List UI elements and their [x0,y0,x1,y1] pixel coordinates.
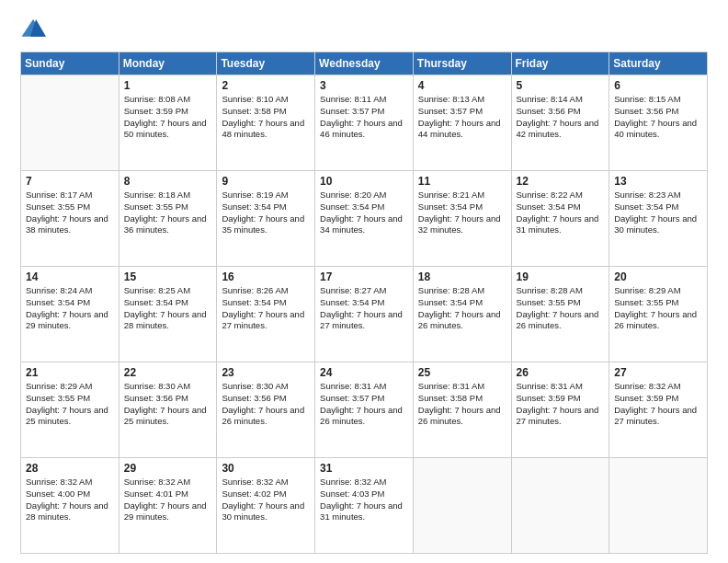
calendar-cell: 2Sunrise: 8:10 AMSunset: 3:58 PMDaylight… [217,75,315,171]
day-header-sunday: Sunday [21,52,119,75]
cell-info: Sunrise: 8:24 AMSunset: 3:54 PMDaylight:… [26,285,114,332]
calendar-cell: 14Sunrise: 8:24 AMSunset: 3:54 PMDayligh… [21,267,119,362]
cell-info: Sunrise: 8:19 AMSunset: 3:54 PMDaylight:… [222,190,310,236]
day-number: 30 [222,462,310,475]
day-number: 25 [418,366,506,379]
calendar-cell: 4Sunrise: 8:13 AMSunset: 3:57 PMDaylight… [413,75,511,171]
day-number: 31 [320,462,408,475]
cell-info: Sunrise: 8:29 AMSunset: 3:55 PMDaylight:… [614,285,702,332]
cell-info: Sunrise: 8:26 AMSunset: 3:54 PMDaylight:… [222,285,310,332]
cell-info: Sunrise: 8:21 AMSunset: 3:54 PMDaylight:… [418,190,506,236]
day-number: 3 [320,79,408,92]
calendar-cell: 12Sunrise: 8:22 AMSunset: 3:54 PMDayligh… [511,171,609,267]
cell-info: Sunrise: 8:28 AMSunset: 3:55 PMDaylight:… [517,285,605,332]
day-number: 4 [418,79,506,92]
day-number: 28 [26,462,114,475]
day-number: 22 [124,366,212,379]
cell-info: Sunrise: 8:32 AMSunset: 4:03 PMDaylight:… [320,477,408,523]
calendar-cell: 22Sunrise: 8:30 AMSunset: 3:56 PMDayligh… [119,362,217,458]
calendar-cell: 6Sunrise: 8:15 AMSunset: 3:56 PMDaylight… [609,75,708,171]
day-header-monday: Monday [119,52,217,75]
cell-info: Sunrise: 8:30 AMSunset: 3:56 PMDaylight:… [222,381,310,428]
calendar-cell: 13Sunrise: 8:23 AMSunset: 3:54 PMDayligh… [609,171,708,267]
day-number: 23 [222,366,310,379]
cell-info: Sunrise: 8:32 AMSunset: 4:02 PMDaylight:… [222,477,310,523]
calendar-cell [413,458,511,554]
calendar-week-4: 28Sunrise: 8:32 AMSunset: 4:00 PMDayligh… [21,458,708,554]
calendar-cell: 7Sunrise: 8:17 AMSunset: 3:55 PMDaylight… [21,171,119,267]
cell-info: Sunrise: 8:31 AMSunset: 3:58 PMDaylight:… [418,381,506,428]
calendar-week-0: 1Sunrise: 8:08 AMSunset: 3:59 PMDaylight… [21,75,708,171]
calendar-cell: 11Sunrise: 8:21 AMSunset: 3:54 PMDayligh… [413,171,511,267]
day-number: 14 [26,270,114,283]
cell-info: Sunrise: 8:32 AMSunset: 4:00 PMDaylight:… [26,477,114,523]
day-number: 9 [222,175,310,188]
calendar-cell: 21Sunrise: 8:29 AMSunset: 3:55 PMDayligh… [21,362,119,458]
day-number: 27 [614,366,702,379]
calendar-cell: 24Sunrise: 8:31 AMSunset: 3:57 PMDayligh… [315,362,414,458]
day-number: 1 [124,79,212,92]
calendar-week-3: 21Sunrise: 8:29 AMSunset: 3:55 PMDayligh… [21,362,708,458]
cell-info: Sunrise: 8:25 AMSunset: 3:54 PMDaylight:… [124,285,212,332]
day-number: 7 [26,175,114,188]
day-number: 20 [614,270,702,283]
calendar-week-1: 7Sunrise: 8:17 AMSunset: 3:55 PMDaylight… [21,171,708,267]
calendar-table: SundayMondayTuesdayWednesdayThursdayFrid… [20,52,708,554]
header [20,17,708,42]
cell-info: Sunrise: 8:22 AMSunset: 3:54 PMDaylight:… [517,190,605,236]
cell-info: Sunrise: 8:31 AMSunset: 3:57 PMDaylight:… [320,381,408,428]
day-number: 15 [124,270,212,283]
calendar-cell: 29Sunrise: 8:32 AMSunset: 4:01 PMDayligh… [119,458,217,554]
day-number: 11 [418,175,506,188]
day-number: 17 [320,270,408,283]
calendar-cell: 25Sunrise: 8:31 AMSunset: 3:58 PMDayligh… [413,362,511,458]
cell-info: Sunrise: 8:20 AMSunset: 3:54 PMDaylight:… [320,190,408,236]
cell-info: Sunrise: 8:18 AMSunset: 3:55 PMDaylight:… [124,190,212,236]
day-number: 13 [614,175,702,188]
cell-info: Sunrise: 8:17 AMSunset: 3:55 PMDaylight:… [26,190,114,236]
calendar-cell: 30Sunrise: 8:32 AMSunset: 4:02 PMDayligh… [217,458,315,554]
cell-info: Sunrise: 8:27 AMSunset: 3:54 PMDaylight:… [320,285,408,332]
day-number: 6 [614,79,702,92]
calendar-cell: 20Sunrise: 8:29 AMSunset: 3:55 PMDayligh… [609,267,708,362]
cell-info: Sunrise: 8:11 AMSunset: 3:57 PMDaylight:… [320,94,408,141]
day-number: 2 [222,79,310,92]
calendar-cell: 17Sunrise: 8:27 AMSunset: 3:54 PMDayligh… [315,267,414,362]
day-header-tuesday: Tuesday [217,52,315,75]
day-number: 19 [517,270,605,283]
cell-info: Sunrise: 8:15 AMSunset: 3:56 PMDaylight:… [614,94,702,141]
day-number: 8 [124,175,212,188]
day-header-thursday: Thursday [413,52,511,75]
day-header-friday: Friday [511,52,609,75]
logo [20,17,50,42]
day-header-saturday: Saturday [609,52,708,75]
day-number: 16 [222,270,310,283]
calendar-cell: 23Sunrise: 8:30 AMSunset: 3:56 PMDayligh… [217,362,315,458]
day-number: 24 [320,366,408,379]
cell-info: Sunrise: 8:32 AMSunset: 4:01 PMDaylight:… [124,477,212,523]
calendar-cell: 27Sunrise: 8:32 AMSunset: 3:59 PMDayligh… [609,362,708,458]
page: SundayMondayTuesdayWednesdayThursdayFrid… [0,0,728,563]
day-number: 29 [124,462,212,475]
calendar-cell: 28Sunrise: 8:32 AMSunset: 4:00 PMDayligh… [21,458,119,554]
cell-info: Sunrise: 8:13 AMSunset: 3:57 PMDaylight:… [418,94,506,141]
calendar-cell: 8Sunrise: 8:18 AMSunset: 3:55 PMDaylight… [119,171,217,267]
cell-info: Sunrise: 8:32 AMSunset: 3:59 PMDaylight:… [614,381,702,428]
day-header-wednesday: Wednesday [315,52,414,75]
cell-info: Sunrise: 8:28 AMSunset: 3:54 PMDaylight:… [418,285,506,332]
calendar-cell [21,75,119,171]
cell-info: Sunrise: 8:08 AMSunset: 3:59 PMDaylight:… [124,94,212,141]
calendar-cell: 16Sunrise: 8:26 AMSunset: 3:54 PMDayligh… [217,267,315,362]
cell-info: Sunrise: 8:14 AMSunset: 3:56 PMDaylight:… [517,94,605,141]
day-number: 26 [517,366,605,379]
calendar-cell [511,458,609,554]
day-number: 21 [26,366,114,379]
calendar-cell: 9Sunrise: 8:19 AMSunset: 3:54 PMDaylight… [217,171,315,267]
cell-info: Sunrise: 8:30 AMSunset: 3:56 PMDaylight:… [124,381,212,428]
day-number: 5 [517,79,605,92]
calendar-week-2: 14Sunrise: 8:24 AMSunset: 3:54 PMDayligh… [21,267,708,362]
day-number: 12 [517,175,605,188]
cell-info: Sunrise: 8:23 AMSunset: 3:54 PMDaylight:… [614,190,702,236]
calendar-cell: 31Sunrise: 8:32 AMSunset: 4:03 PMDayligh… [315,458,414,554]
calendar-cell: 1Sunrise: 8:08 AMSunset: 3:59 PMDaylight… [119,75,217,171]
